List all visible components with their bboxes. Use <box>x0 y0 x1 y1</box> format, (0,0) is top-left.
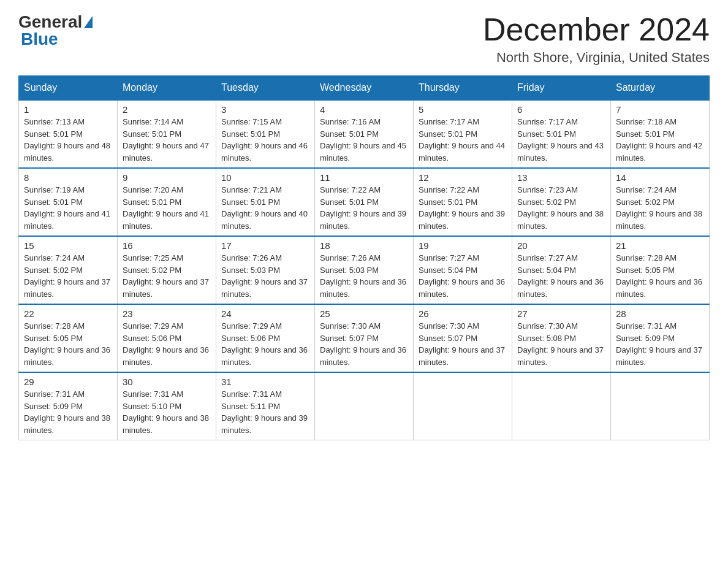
calendar-day-cell: 29 Sunrise: 7:31 AMSunset: 5:09 PMDaylig… <box>19 372 118 440</box>
day-info: Sunrise: 7:31 AMSunset: 5:10 PMDaylight:… <box>123 389 209 435</box>
day-info: Sunrise: 7:13 AMSunset: 5:01 PMDaylight:… <box>24 117 110 163</box>
day-number: 20 <box>517 240 605 251</box>
calendar-day-cell: 7 Sunrise: 7:18 AMSunset: 5:01 PMDayligh… <box>611 100 710 168</box>
calendar-day-cell: 21 Sunrise: 7:28 AMSunset: 5:05 PMDaylig… <box>611 236 710 304</box>
calendar-day-cell: 27 Sunrise: 7:30 AMSunset: 5:08 PMDaylig… <box>512 304 611 372</box>
calendar-day-cell: 20 Sunrise: 7:27 AMSunset: 5:04 PMDaylig… <box>512 236 611 304</box>
day-info: Sunrise: 7:20 AMSunset: 5:01 PMDaylight:… <box>123 185 209 231</box>
calendar-day-cell: 13 Sunrise: 7:23 AMSunset: 5:02 PMDaylig… <box>512 168 611 236</box>
day-info: Sunrise: 7:27 AMSunset: 5:04 PMDaylight:… <box>419 253 505 299</box>
day-number: 29 <box>24 377 112 387</box>
logo-triangle-icon <box>84 16 93 28</box>
day-number: 16 <box>123 240 211 251</box>
day-info: Sunrise: 7:24 AMSunset: 5:02 PMDaylight:… <box>616 185 702 231</box>
day-number: 5 <box>419 104 507 115</box>
day-info: Sunrise: 7:31 AMSunset: 5:11 PMDaylight:… <box>221 389 308 435</box>
day-info: Sunrise: 7:28 AMSunset: 5:05 PMDaylight:… <box>24 321 110 367</box>
day-number: 9 <box>123 172 211 183</box>
header-wednesday: Wednesday <box>315 76 414 101</box>
calendar-day-cell <box>611 372 710 440</box>
day-number: 18 <box>320 240 408 251</box>
day-info: Sunrise: 7:18 AMSunset: 5:01 PMDaylight:… <box>616 117 702 163</box>
calendar-week-row: 8 Sunrise: 7:19 AMSunset: 5:01 PMDayligh… <box>19 168 710 236</box>
header-monday: Monday <box>118 76 216 101</box>
day-info: Sunrise: 7:14 AMSunset: 5:01 PMDaylight:… <box>123 117 209 163</box>
calendar-day-cell: 22 Sunrise: 7:28 AMSunset: 5:05 PMDaylig… <box>19 304 118 372</box>
day-number: 10 <box>221 172 309 183</box>
day-number: 19 <box>419 240 507 251</box>
calendar-day-cell <box>414 372 512 440</box>
logo-blue-text: Blue <box>21 29 58 48</box>
calendar-day-cell: 15 Sunrise: 7:24 AMSunset: 5:02 PMDaylig… <box>19 236 118 304</box>
day-info: Sunrise: 7:17 AMSunset: 5:01 PMDaylight:… <box>517 117 604 163</box>
calendar-day-cell: 26 Sunrise: 7:30 AMSunset: 5:07 PMDaylig… <box>414 304 512 372</box>
day-info: Sunrise: 7:15 AMSunset: 5:01 PMDaylight:… <box>221 117 308 163</box>
calendar-day-cell: 16 Sunrise: 7:25 AMSunset: 5:02 PMDaylig… <box>118 236 216 304</box>
day-number: 28 <box>616 308 704 319</box>
calendar-week-row: 15 Sunrise: 7:24 AMSunset: 5:02 PMDaylig… <box>19 236 710 304</box>
day-number: 12 <box>419 172 507 183</box>
calendar-day-cell: 1 Sunrise: 7:13 AMSunset: 5:01 PMDayligh… <box>19 100 118 168</box>
location-subtitle: North Shore, Virginia, United States <box>483 50 710 66</box>
day-number: 15 <box>24 240 112 251</box>
day-info: Sunrise: 7:30 AMSunset: 5:07 PMDaylight:… <box>419 321 505 367</box>
calendar-day-cell: 9 Sunrise: 7:20 AMSunset: 5:01 PMDayligh… <box>118 168 216 236</box>
calendar-day-cell: 12 Sunrise: 7:22 AMSunset: 5:01 PMDaylig… <box>414 168 512 236</box>
day-number: 30 <box>123 377 211 387</box>
calendar-day-cell: 5 Sunrise: 7:17 AMSunset: 5:01 PMDayligh… <box>414 100 512 168</box>
day-number: 22 <box>24 308 112 319</box>
month-title: December 2024 <box>483 12 710 47</box>
calendar-day-cell: 2 Sunrise: 7:14 AMSunset: 5:01 PMDayligh… <box>118 100 216 168</box>
day-number: 6 <box>517 104 605 115</box>
calendar-table: Sunday Monday Tuesday Wednesday Thursday… <box>18 75 710 440</box>
calendar-week-row: 1 Sunrise: 7:13 AMSunset: 5:01 PMDayligh… <box>19 100 710 168</box>
day-info: Sunrise: 7:22 AMSunset: 5:01 PMDaylight:… <box>320 185 406 231</box>
day-info: Sunrise: 7:23 AMSunset: 5:02 PMDaylight:… <box>517 185 604 231</box>
page-header: General Blue December 2024 North Shore, … <box>18 12 710 66</box>
header-sunday: Sunday <box>19 76 118 101</box>
calendar-day-cell: 19 Sunrise: 7:27 AMSunset: 5:04 PMDaylig… <box>414 236 512 304</box>
day-number: 1 <box>24 104 112 115</box>
day-number: 26 <box>419 308 507 319</box>
calendar-day-cell: 8 Sunrise: 7:19 AMSunset: 5:01 PMDayligh… <box>19 168 118 236</box>
calendar-day-cell: 28 Sunrise: 7:31 AMSunset: 5:09 PMDaylig… <box>611 304 710 372</box>
calendar-day-cell: 11 Sunrise: 7:22 AMSunset: 5:01 PMDaylig… <box>315 168 414 236</box>
day-info: Sunrise: 7:27 AMSunset: 5:04 PMDaylight:… <box>517 253 604 299</box>
day-info: Sunrise: 7:28 AMSunset: 5:05 PMDaylight:… <box>616 253 702 299</box>
calendar-week-row: 29 Sunrise: 7:31 AMSunset: 5:09 PMDaylig… <box>19 372 710 440</box>
calendar-header-row: Sunday Monday Tuesday Wednesday Thursday… <box>19 76 710 101</box>
calendar-day-cell: 30 Sunrise: 7:31 AMSunset: 5:10 PMDaylig… <box>118 372 216 440</box>
day-number: 8 <box>24 172 112 183</box>
day-info: Sunrise: 7:30 AMSunset: 5:07 PMDaylight:… <box>320 321 406 367</box>
day-info: Sunrise: 7:21 AMSunset: 5:01 PMDaylight:… <box>221 185 308 231</box>
day-info: Sunrise: 7:16 AMSunset: 5:01 PMDaylight:… <box>320 117 406 163</box>
calendar-week-row: 22 Sunrise: 7:28 AMSunset: 5:05 PMDaylig… <box>19 304 710 372</box>
day-number: 24 <box>221 308 309 319</box>
calendar-day-cell: 14 Sunrise: 7:24 AMSunset: 5:02 PMDaylig… <box>611 168 710 236</box>
day-number: 25 <box>320 308 408 319</box>
day-info: Sunrise: 7:26 AMSunset: 5:03 PMDaylight:… <box>221 253 308 299</box>
day-info: Sunrise: 7:26 AMSunset: 5:03 PMDaylight:… <box>320 253 406 299</box>
header-tuesday: Tuesday <box>216 76 315 101</box>
day-number: 3 <box>221 104 309 115</box>
day-number: 17 <box>221 240 309 251</box>
calendar-day-cell: 6 Sunrise: 7:17 AMSunset: 5:01 PMDayligh… <box>512 100 611 168</box>
day-number: 31 <box>221 377 309 387</box>
calendar-day-cell <box>512 372 611 440</box>
day-info: Sunrise: 7:19 AMSunset: 5:01 PMDaylight:… <box>24 185 110 231</box>
calendar-day-cell: 10 Sunrise: 7:21 AMSunset: 5:01 PMDaylig… <box>216 168 315 236</box>
calendar-day-cell: 17 Sunrise: 7:26 AMSunset: 5:03 PMDaylig… <box>216 236 315 304</box>
day-info: Sunrise: 7:17 AMSunset: 5:01 PMDaylight:… <box>419 117 505 163</box>
day-number: 23 <box>123 308 211 319</box>
header-saturday: Saturday <box>611 76 710 101</box>
day-info: Sunrise: 7:24 AMSunset: 5:02 PMDaylight:… <box>24 253 110 299</box>
day-number: 21 <box>616 240 704 251</box>
day-info: Sunrise: 7:22 AMSunset: 5:01 PMDaylight:… <box>419 185 505 231</box>
day-number: 13 <box>517 172 605 183</box>
day-info: Sunrise: 7:25 AMSunset: 5:02 PMDaylight:… <box>123 253 209 299</box>
calendar-day-cell: 4 Sunrise: 7:16 AMSunset: 5:01 PMDayligh… <box>315 100 414 168</box>
calendar-day-cell: 23 Sunrise: 7:29 AMSunset: 5:06 PMDaylig… <box>118 304 216 372</box>
day-number: 11 <box>320 172 408 183</box>
calendar-day-cell: 3 Sunrise: 7:15 AMSunset: 5:01 PMDayligh… <box>216 100 315 168</box>
calendar-day-cell: 25 Sunrise: 7:30 AMSunset: 5:07 PMDaylig… <box>315 304 414 372</box>
